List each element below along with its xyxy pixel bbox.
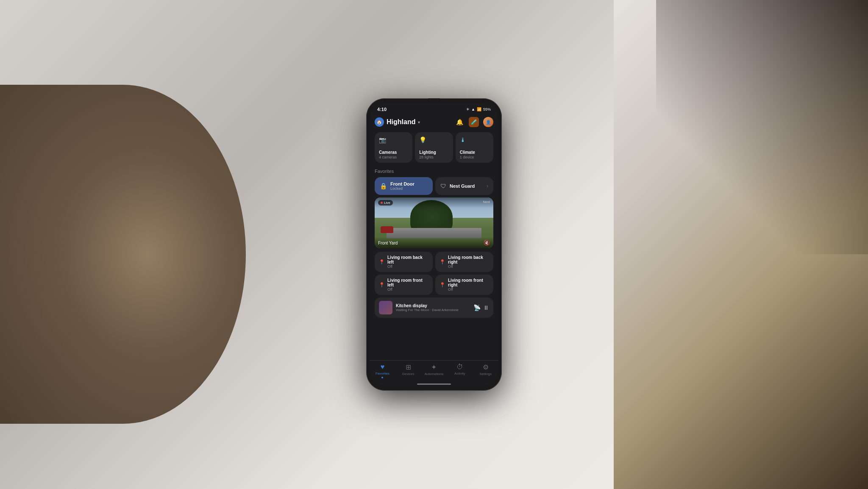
camera-road	[387, 228, 481, 238]
lighting-tile-icon: 💡	[419, 136, 448, 143]
wifi-icon: 📶	[477, 107, 481, 111]
cameras-tile[interactable]: 📷 Cameras 4 cameras	[375, 132, 412, 163]
light-name-back-left: Living room back left	[387, 255, 428, 264]
hand-left	[0, 85, 246, 424]
favorites-section-label: Favorites	[375, 169, 493, 174]
lab-icon[interactable]: 🧪	[469, 117, 479, 127]
light-text-front-left: Living room front left Off	[387, 278, 428, 292]
light-name-front-left: Living room front left	[387, 278, 428, 287]
climate-tile-text: Climate 1 device	[460, 150, 489, 159]
front-door-title: Front Door	[390, 181, 415, 186]
nav-settings[interactable]: ⚙ Settings	[473, 363, 498, 378]
home-dropdown-icon[interactable]: ▾	[418, 120, 420, 125]
nav-automations-icon: ✦	[431, 363, 437, 371]
device-tiles-row: 📷 Cameras 4 cameras 💡 Lighting 28 lights…	[375, 132, 493, 163]
home-icon: 🏠	[375, 117, 384, 127]
light-tile-front-right[interactable]: 📍 Living room front right Off	[435, 275, 493, 295]
cast-button[interactable]: 📡	[473, 304, 481, 311]
nav-activity-icon: ⏱	[456, 363, 463, 371]
lighting-tile-sub: 28 lights	[419, 155, 448, 159]
camera-name: Front Yard	[378, 241, 398, 245]
light-tile-back-right[interactable]: 📍 Living room back right Off	[435, 252, 493, 272]
status-bar: 4:10 ✳ ▲ 📶 55%	[370, 103, 498, 114]
light-tile-back-left[interactable]: 📍 Living room back left Off	[375, 252, 433, 272]
light-text-back-left: Living room back left Off	[387, 255, 428, 269]
cameras-tile-text: Cameras 4 cameras	[379, 150, 408, 159]
nav-devices[interactable]: ⊞ Devices	[395, 363, 421, 378]
nav-automations-label: Automations	[425, 372, 443, 376]
camera-overlay-bottom: Front Yard 🔇	[375, 237, 493, 248]
camera-mute-icon[interactable]: 🔇	[484, 240, 490, 246]
light-icon-back-left: 📍	[379, 259, 385, 265]
nest-guard-card[interactable]: 🛡 Nest Guard ›	[435, 177, 493, 195]
media-track-name: Waiting For The Moon · David Arkenstone	[396, 308, 470, 312]
nav-devices-icon: ⊞	[406, 363, 411, 371]
climate-tile[interactable]: 🌡 Climate 1 device	[456, 132, 493, 163]
nav-activity[interactable]: ⏱ Activity	[447, 363, 473, 378]
header-left[interactable]: 🏠 Highland ▾	[375, 117, 420, 127]
nav-settings-label: Settings	[479, 372, 492, 376]
nav-automations[interactable]: ✦ Automations	[421, 363, 447, 378]
shield-icon: 🛡	[440, 183, 446, 189]
light-status-back-left: Off	[387, 264, 428, 269]
nav-devices-label: Devices	[402, 372, 414, 376]
nav-active-indicator	[381, 377, 383, 378]
home-name: Highland	[387, 118, 415, 126]
nav-favorites[interactable]: ♥ Favorites	[370, 363, 395, 378]
front-door-card[interactable]: 🔒 Front Door Locked	[375, 177, 433, 195]
media-device-name: Kitchen display	[396, 303, 470, 308]
camera-car	[381, 226, 393, 233]
light-icon-front-right: 📍	[440, 282, 445, 288]
nav-favorites-label: Favorites	[376, 372, 389, 375]
live-badge: Live	[378, 200, 393, 206]
app-header: 🏠 Highland ▾ 🔔 🧪 👤	[375, 114, 493, 132]
front-door-subtitle: Locked	[390, 186, 415, 191]
header-right: 🔔 🧪 👤	[454, 117, 493, 127]
nav-favorites-icon: ♥	[381, 363, 385, 371]
light-icon-back-right: 📍	[440, 259, 445, 265]
nav-settings-icon: ⚙	[483, 363, 489, 371]
light-name-front-right: Living room front right	[448, 278, 489, 287]
light-tile-front-left[interactable]: 📍 Living room front left Off	[375, 275, 433, 295]
media-info: Kitchen display Waiting For The Moon · D…	[396, 303, 470, 312]
live-dot	[381, 202, 383, 204]
phone-frame: 4:10 ✳ ▲ 📶 55% 🏠 Highland ▾ 🔔 🧪	[366, 98, 502, 391]
nest-guard-title: Nest Guard	[450, 183, 475, 189]
camera-overlay-top: Live Nest	[375, 197, 493, 208]
media-player[interactable]: Kitchen display Waiting For The Moon · D…	[375, 297, 493, 318]
battery-status: 55%	[483, 107, 491, 111]
climate-tile-sub: 1 device	[460, 155, 489, 159]
camera-notch	[428, 98, 440, 102]
cameras-tile-sub: 4 cameras	[379, 155, 408, 159]
climate-tile-label: Climate	[460, 150, 489, 155]
status-time: 4:10	[377, 107, 387, 112]
avatar[interactable]: 👤	[483, 117, 493, 127]
lighting-tile-label: Lighting	[419, 150, 448, 155]
nest-badge: Nest	[483, 200, 490, 206]
phone-screen: 4:10 ✳ ▲ 📶 55% 🏠 Highland ▾ 🔔 🧪	[370, 103, 498, 386]
bell-icon[interactable]: 🔔	[454, 117, 465, 127]
status-icons: ✳ ▲ 📶 55%	[466, 107, 491, 111]
light-icon-front-left: 📍	[379, 282, 385, 288]
bottom-navigation: ♥ Favorites ⊞ Devices ✦ Automations ⏱ Ac…	[370, 360, 498, 382]
climate-tile-icon: 🌡	[460, 136, 489, 143]
media-thumbnail	[379, 301, 392, 314]
light-status-front-left: Off	[387, 287, 428, 292]
bluetooth-icon: ✳	[466, 107, 470, 111]
nest-guard-chevron-icon: ›	[487, 183, 488, 189]
light-name-back-right: Living room back right	[448, 255, 489, 264]
pause-button[interactable]: ⏸	[483, 304, 489, 311]
favorites-cards-row: 🔒 Front Door Locked 🛡 Nest Guard ›	[375, 177, 493, 195]
light-text-front-right: Living room front right Off	[448, 278, 489, 292]
main-content: 🏠 Highland ▾ 🔔 🧪 👤 📷 Cameras 4 cameras	[370, 114, 498, 360]
media-controls: 📡 ⏸	[473, 304, 489, 311]
light-tiles-grid: 📍 Living room back left Off 📍 Living roo…	[375, 252, 493, 295]
cameras-tile-icon: 📷	[379, 136, 408, 143]
front-door-text: Front Door Locked	[390, 181, 415, 191]
light-text-back-right: Living room back right Off	[448, 255, 489, 269]
lighting-tile[interactable]: 💡 Lighting 28 lights	[415, 132, 453, 163]
lock-icon: 🔒	[380, 183, 387, 189]
nav-activity-label: Activity	[454, 372, 465, 375]
camera-feed[interactable]: Live Nest Front Yard 🔇	[375, 197, 493, 248]
cameras-tile-label: Cameras	[379, 150, 408, 155]
